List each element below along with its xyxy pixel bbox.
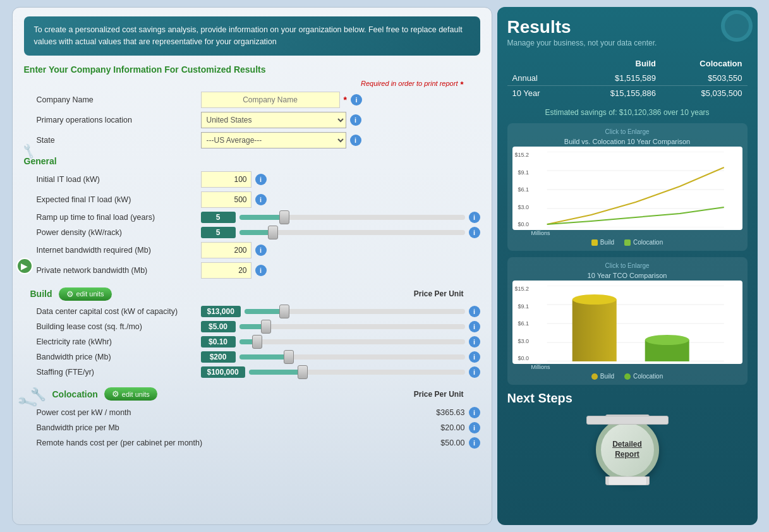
general-number-input[interactable]: [201, 262, 251, 279]
build-slider-area: $200 i: [201, 351, 480, 363]
results-row: Annual $1,515,589 $503,550: [507, 71, 748, 86]
line-legend-build-label: Build: [600, 239, 614, 246]
general-info-icon[interactable]: i: [255, 245, 267, 256]
colocation-row: Bandwidth price per Mb $20.00 i: [24, 422, 480, 433]
colocation-edit-units-button[interactable]: ⚙ edit units: [104, 387, 157, 401]
bar-y-4: $0.0: [518, 355, 530, 361]
build-info-icon[interactable]: i: [469, 306, 480, 317]
report-tab-top: [586, 416, 669, 425]
bar-legend-colocation-dot: [624, 373, 631, 380]
results-table: Build Colocation Annual $1,515,589 $503,…: [507, 56, 748, 100]
build-slider-label: Electricity rate (kWhr): [37, 337, 201, 346]
colocation-header: 🔧 Colocation ⚙ edit units Price Per Unit: [24, 387, 480, 402]
intro-text: To create a personalized cost savings an…: [34, 25, 463, 46]
general-field-label: Expected final IT load (kW): [37, 195, 201, 204]
bar-chart-container[interactable]: Click to Enlarge 10 Year TCO Comparison …: [507, 257, 748, 385]
y-label-3: $3.0: [518, 204, 530, 210]
build-slider-thumb[interactable]: [261, 320, 271, 334]
colocation-field-value: $20.00: [277, 423, 469, 432]
required-label: Required in order to print report: [361, 80, 457, 89]
line-chart-svg: [531, 152, 739, 227]
build-slider-area: $5.00 i: [201, 321, 480, 332]
y-label-1: $9.1: [518, 169, 530, 176]
build-slider-thumb[interactable]: [252, 335, 262, 349]
build-slider-row: Electricity rate (kWhr) $0.10 i: [24, 336, 480, 348]
left-nav-arrow[interactable]: ▶: [16, 258, 33, 274]
colocation-info-icon[interactable]: i: [469, 422, 480, 433]
build-slider-thumb[interactable]: [284, 350, 294, 364]
general-number-input[interactable]: [201, 171, 251, 188]
primary-location-info-icon[interactable]: i: [350, 114, 361, 126]
build-info-icon[interactable]: i: [469, 336, 480, 348]
results-row-label: Annual: [507, 71, 570, 86]
slider-thumb[interactable]: [279, 210, 289, 224]
colocation-field-label: Power cost per kW / month: [37, 408, 277, 417]
colocation-edit-units-label: edit units: [122, 390, 150, 398]
build-price-per-unit-label: Price Per Unit: [414, 289, 480, 298]
company-name-row: Company Name * i: [24, 92, 480, 108]
slider-track[interactable]: [239, 230, 465, 235]
general-number-input[interactable]: [201, 191, 251, 208]
build-info-icon[interactable]: i: [469, 351, 480, 363]
results-tbody: Annual $1,515,589 $503,550 10 Year $15,1…: [507, 71, 748, 100]
company-name-control: * i: [201, 92, 480, 108]
general-fields-container: Initial IT load (kW) i Expected final IT…: [24, 171, 480, 279]
bar-y-0: $15.2: [515, 286, 530, 292]
colocation-field-label: Bandwidth price per Mb: [37, 423, 277, 432]
detailed-report-line2: Report: [615, 450, 639, 459]
build-slider-track[interactable]: [239, 324, 465, 329]
build-edit-units-button[interactable]: ⚙ edit units: [59, 287, 112, 301]
state-select[interactable]: ---US Average---: [201, 132, 346, 148]
build-info-icon[interactable]: i: [469, 321, 480, 332]
state-info-icon[interactable]: i: [350, 135, 361, 146]
slider-track[interactable]: [239, 215, 465, 220]
general-field-label: Initial IT load (kW): [37, 175, 201, 184]
build-slider-thumb[interactable]: [279, 305, 289, 318]
state-label: State: [37, 136, 201, 145]
build-slider-track[interactable]: [249, 370, 465, 375]
build-slider-fill: [239, 354, 289, 360]
detailed-report-button[interactable]: Detailed Report: [596, 418, 659, 481]
general-info-icon[interactable]: i: [255, 194, 267, 205]
slider-thumb[interactable]: [268, 226, 278, 239]
line-legend-build-dot: [591, 239, 598, 246]
company-section-header: Enter Your Company Information For Custo…: [24, 64, 480, 75]
build-slider-label: Staffing (FTE/yr): [37, 368, 201, 377]
slider-info-icon[interactable]: i: [469, 227, 480, 238]
general-number-row: Initial IT load (kW) i: [24, 171, 480, 188]
colocation-row: Power cost per kW / month $365.63 i: [24, 407, 480, 418]
colocation-field-label: Remote hands cost per (per cabinet per m…: [37, 438, 277, 447]
results-title: Results: [507, 17, 748, 37]
build-slider-thumb[interactable]: [298, 365, 308, 379]
results-col-empty: [507, 56, 570, 71]
colocation-info-icon[interactable]: i: [469, 437, 480, 449]
bar-chart-y-labels: $15.2 $9.1 $6.1 $3.0 $0.0: [515, 286, 532, 361]
general-slider-row: Power density (kW/rack) 5 i: [24, 227, 480, 238]
build-slider-row: Bandwidth price (Mb) $200 i: [24, 351, 480, 363]
colocation-info-icon[interactable]: i: [469, 407, 480, 418]
slider-area: 5 i: [201, 212, 480, 223]
bar-chart-bottom-label: Millions: [512, 364, 742, 370]
company-name-input[interactable]: [201, 92, 340, 108]
slider-info-icon[interactable]: i: [469, 212, 480, 223]
general-number-input[interactable]: [201, 242, 251, 258]
build-slider-fill: [249, 370, 303, 375]
primary-location-select[interactable]: United States: [201, 112, 346, 128]
colocation-field-value: $50.00: [277, 438, 469, 447]
build-slider-row: Staffing (FTE/yr) $100,000 i: [24, 366, 480, 378]
build-info-icon[interactable]: i: [469, 366, 480, 378]
company-name-info-icon[interactable]: i: [351, 94, 362, 106]
line-chart-legend: Build Colocation: [512, 239, 742, 246]
line-chart-container[interactable]: Click to Enlarge Build vs. Colocation 10…: [507, 123, 748, 251]
results-subtitle: Manage your business, not your data cent…: [507, 39, 748, 47]
primary-location-label: Primary operations location: [37, 116, 201, 124]
build-slider-track[interactable]: [245, 309, 465, 314]
general-info-icon[interactable]: i: [255, 174, 267, 185]
build-slider-track[interactable]: [239, 354, 465, 360]
line-legend-colocation-label: Colocation: [633, 239, 663, 246]
right-panel: Results Manage your business, not your d…: [497, 7, 758, 525]
bar-chart-legend: Build Colocation: [512, 373, 742, 380]
general-info-icon[interactable]: i: [255, 265, 267, 276]
y-label-4: $0.0: [518, 221, 530, 227]
build-slider-track[interactable]: [239, 339, 465, 344]
